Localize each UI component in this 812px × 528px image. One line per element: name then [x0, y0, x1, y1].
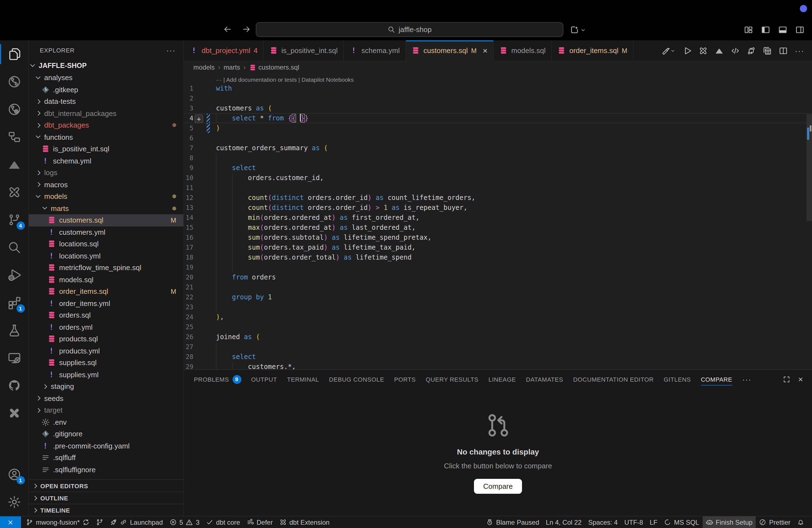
code-line-9[interactable]: 9 select	[184, 163, 812, 173]
tree-item-orders.sql[interactable]: orders.sql	[29, 309, 184, 321]
tree-item-.gitignore[interactable]: .gitignore	[29, 428, 184, 440]
tree-item-target[interactable]: target	[29, 404, 184, 416]
status-encoding[interactable]: UTF-8	[621, 516, 646, 528]
more-actions-button[interactable]: ···	[795, 46, 804, 55]
code-line-12[interactable]: 12 count(distinct orders.order_id) as co…	[184, 193, 812, 203]
status-eol[interactable]: LF	[646, 516, 661, 528]
code-line-4[interactable]: 4+ select * from {{ }}	[184, 113, 812, 123]
tree-item-order_items.yml[interactable]: !order_items.yml	[29, 297, 184, 309]
code-line-20[interactable]: 20 from orders	[184, 272, 812, 282]
code-line-27[interactable]: 27	[184, 342, 812, 352]
code-line-13[interactable]: 13 count(distinct orders.order_id) > 1 a…	[184, 203, 812, 212]
code-line-6[interactable]: 6	[184, 133, 812, 143]
tree-item-customers.sql[interactable]: customers.sqlM	[29, 214, 184, 226]
compare-button[interactable]: Compare	[474, 479, 522, 494]
maximize-panel-icon[interactable]	[783, 375, 791, 383]
status-notifications[interactable]	[794, 516, 808, 528]
tree-item-seeds[interactable]: seeds	[29, 392, 184, 404]
breadcrumb-models[interactable]: models	[193, 63, 215, 71]
tree-item-analyses[interactable]: analyses	[29, 72, 184, 84]
code-line-3[interactable]: 3customers as (	[184, 103, 812, 113]
tab-order_items.sql[interactable]: order_items.sqlM	[552, 40, 634, 61]
forward-icon[interactable]	[242, 25, 251, 34]
code-editor[interactable]: 1with23customers as (4+ select * from {{…	[184, 84, 812, 369]
code-line-19[interactable]: 19	[184, 262, 812, 272]
activity-remote-provider[interactable]	[0, 96, 28, 123]
tree-item-supplies.sql[interactable]: supplies.sql	[29, 357, 184, 369]
panel-tab-lineage[interactable]: LINEAGE	[483, 370, 521, 388]
section-outline[interactable]: OUTLINE	[29, 492, 184, 504]
tab-schema.yml[interactable]: !schema.yml	[344, 40, 406, 61]
panel-tab-query-results[interactable]: QUERY RESULTS	[421, 370, 483, 388]
activity-accounts[interactable]: 1	[0, 460, 28, 488]
tree-item-orders.yml[interactable]: !orders.yml	[29, 321, 184, 333]
activity-source-control[interactable]: 4	[0, 206, 28, 234]
toggle-primary-sidebar-icon[interactable]	[761, 25, 770, 34]
close-panel-icon[interactable]: ×	[798, 375, 803, 383]
breadcrumb-marts[interactable]: marts	[223, 63, 240, 71]
activity-explorer[interactable]	[0, 40, 28, 68]
activity-settings[interactable]	[0, 488, 28, 516]
code-line-8[interactable]: 8	[184, 153, 812, 163]
tab-is_positive_int.sql[interactable]: is_positive_int.sql	[264, 40, 344, 61]
tree-item-.sqlfluff[interactable]: .sqlfluff	[29, 452, 184, 464]
status-launchpad[interactable]: Launchpad	[107, 516, 166, 528]
activity-source-control-provider[interactable]	[0, 68, 28, 96]
panel-tab-gitlens[interactable]: GITLENS	[659, 370, 696, 388]
status-cursor-position[interactable]: Ln 4, Col 22	[542, 516, 585, 528]
tree-item-models[interactable]: models	[29, 191, 184, 202]
tree-item-models.sql[interactable]: models.sql	[29, 274, 184, 285]
status-git-branch[interactable]: mwong-fusion*	[23, 516, 93, 528]
tree-item-logs[interactable]: logs	[29, 167, 184, 179]
code-line-1[interactable]: 1with	[184, 84, 812, 93]
tree-item-macros[interactable]: macros	[29, 179, 184, 191]
tab-models.sql[interactable]: models.sql	[494, 40, 552, 61]
code-line-15[interactable]: 15 max(orders.ordered_at) as last_ordere…	[184, 223, 812, 233]
code-line-26[interactable]: 26joined as (	[184, 332, 812, 342]
code-line-11[interactable]: 11	[184, 183, 812, 193]
tree-item-customers.yml[interactable]: !customers.yml	[29, 226, 184, 238]
remote-indicator[interactable]	[0, 516, 21, 528]
code-line-16[interactable]: 16 sum(orders.subtotal) as lifetime_spen…	[184, 233, 812, 243]
activity-remote-explorer[interactable]	[0, 344, 28, 372]
tree-item-supplies.yml[interactable]: !supplies.yml	[29, 369, 184, 381]
datamates-action-button[interactable]	[715, 46, 724, 55]
more-actions-icon[interactable]: ···	[166, 46, 176, 54]
copilot-menu[interactable]	[570, 25, 586, 34]
status-compare-working[interactable]	[93, 516, 107, 528]
tree-item-schema.yml[interactable]: !schema.yml	[29, 155, 184, 167]
inline-add-button[interactable]: +	[194, 114, 203, 123]
tree-item-locations.sql[interactable]: locations.sql	[29, 238, 184, 250]
code-line-2[interactable]: 2	[184, 93, 812, 103]
section-timeline[interactable]: TIMELINE	[29, 504, 184, 516]
tree-item-functions[interactable]: functions	[29, 131, 184, 143]
split-editor-button[interactable]	[779, 46, 788, 55]
section-open-editors[interactable]: OPEN EDITORS	[29, 480, 184, 492]
panel-tab-datamates[interactable]: DATAMATES	[521, 370, 568, 388]
breadcrumb-file[interactable]: customers.sql	[249, 63, 299, 71]
close-icon[interactable]: ×	[483, 46, 488, 55]
activity-github[interactable]	[0, 372, 28, 399]
show-compiled-code-button[interactable]	[731, 46, 740, 55]
command-center-search[interactable]: jaffle-shop	[256, 22, 563, 37]
activity-lineage[interactable]	[0, 123, 28, 151]
tree-item-locations.yml[interactable]: !locations.yml	[29, 250, 184, 262]
activity-dbt-power-user[interactable]	[0, 178, 28, 206]
activity-run-debug[interactable]	[0, 261, 28, 289]
tree-item-staging[interactable]: staging	[29, 381, 184, 392]
tab-customers.sql[interactable]: customers.sqlM×	[406, 40, 494, 61]
status-dbt-core[interactable]: dbt core	[203, 516, 243, 528]
panel-more-tabs[interactable]: ···	[737, 370, 756, 388]
code-line-23[interactable]: 23	[184, 302, 812, 312]
tree-item-.gitkeep[interactable]: .gitkeep	[29, 84, 184, 96]
code-line-10[interactable]: 10 orders.customer_id,	[184, 173, 812, 183]
tree-item-metricflow_time_spine.sql[interactable]: metricflow_time_spine.sql	[29, 262, 184, 274]
tree-item-data-tests[interactable]: data-tests	[29, 96, 184, 107]
activity-extensions[interactable]: 1	[0, 289, 28, 317]
tree-item-products.sql[interactable]: products.sql	[29, 333, 184, 345]
code-line-25[interactable]: 25	[184, 322, 812, 332]
code-line-29[interactable]: 29 customers.*,	[184, 362, 812, 369]
workspace-root[interactable]: JAFFLE-SHOP	[29, 60, 184, 72]
status-blame[interactable]: Blame Paused	[483, 516, 542, 528]
status-problems[interactable]: 53	[166, 516, 203, 528]
